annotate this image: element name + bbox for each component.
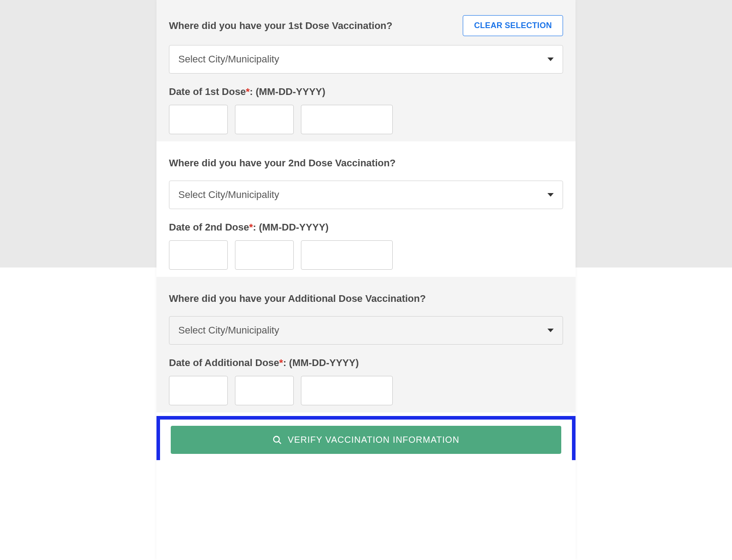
dose1-year-input[interactable] — [301, 105, 393, 134]
verify-button-label: VERIFY VACCINATION INFORMATION — [288, 435, 459, 445]
dropdown-arrow-icon — [547, 193, 554, 197]
search-icon — [272, 435, 282, 445]
additional-date-inputs — [169, 376, 563, 412]
additional-date-suffix: : (MM-DD-YYYY) — [283, 357, 359, 368]
additional-city-select[interactable]: Select City/Municipality — [169, 316, 563, 345]
required-mark: * — [279, 357, 283, 368]
dose1-select-wrapper: Select City/Municipality — [169, 45, 563, 86]
dose2-question-label: Where did you have your 2nd Dose Vaccina… — [169, 155, 563, 172]
dose2-select-wrapper: Select City/Municipality — [169, 181, 563, 222]
dose1-day-input[interactable] — [235, 105, 294, 134]
svg-point-0 — [274, 436, 280, 442]
dose1-date-prefix: Date of 1st Dose — [169, 86, 246, 97]
dose1-month-input[interactable] — [169, 105, 228, 134]
additional-month-input[interactable] — [169, 376, 228, 405]
required-mark: * — [249, 222, 253, 233]
dose1-date-inputs — [169, 105, 563, 141]
verify-vaccination-button[interactable]: VERIFY VACCINATION INFORMATION — [171, 426, 561, 454]
required-mark: * — [246, 86, 250, 97]
verify-wrapper: VERIFY VACCINATION INFORMATION — [156, 416, 576, 460]
dose2-date-label: Date of 2nd Dose*: (MM-DD-YYYY) — [169, 222, 329, 233]
dose1-city-select[interactable]: Select City/Municipality — [169, 45, 563, 74]
dose2-city-select-text: Select City/Municipality — [178, 189, 279, 201]
additional-city-select-text: Select City/Municipality — [178, 325, 279, 336]
dropdown-arrow-icon — [547, 58, 554, 61]
dose1-section: Where did you have your 1st Dose Vaccina… — [156, 0, 576, 141]
dose1-city-select-text: Select City/Municipality — [178, 54, 279, 65]
svg-line-1 — [279, 441, 281, 444]
additional-year-input[interactable] — [301, 376, 393, 405]
dose2-date-label-row: Date of 2nd Dose*: (MM-DD-YYYY) — [169, 222, 563, 240]
additional-question-label: Where did you have your Additional Dose … — [169, 290, 563, 307]
dose1-date-label-row: Date of 1st Dose*: (MM-DD-YYYY) — [169, 86, 563, 105]
dose2-header: Where did you have your 2nd Dose Vaccina… — [169, 141, 563, 181]
additional-date-label-row: Date of Additional Dose*: (MM-DD-YYYY) — [169, 357, 563, 376]
dose2-year-input[interactable] — [301, 240, 393, 270]
dose2-date-inputs — [169, 240, 563, 277]
dose2-section: Where did you have your 2nd Dose Vaccina… — [156, 141, 576, 277]
form-container: Where did you have your 1st Dose Vaccina… — [156, 0, 576, 560]
additional-date-label: Date of Additional Dose*: (MM-DD-YYYY) — [169, 357, 359, 368]
additional-day-input[interactable] — [235, 376, 294, 405]
additional-dose-section: Where did you have your Additional Dose … — [156, 277, 576, 412]
dose1-header: Where did you have your 1st Dose Vaccina… — [169, 0, 563, 45]
clear-selection-button[interactable]: CLEAR SELECTION — [463, 15, 563, 36]
dose1-date-label: Date of 1st Dose*: (MM-DD-YYYY) — [169, 86, 325, 97]
dose2-city-select[interactable]: Select City/Municipality — [169, 181, 563, 209]
dose2-month-input[interactable] — [169, 240, 228, 270]
dropdown-arrow-icon — [547, 329, 554, 332]
dose1-date-suffix: : (MM-DD-YYYY) — [250, 86, 325, 97]
dose2-date-suffix: : (MM-DD-YYYY) — [253, 222, 329, 233]
additional-date-prefix: Date of Additional Dose — [169, 357, 279, 368]
dose2-date-prefix: Date of 2nd Dose — [169, 222, 249, 233]
dose1-question-label: Where did you have your 1st Dose Vaccina… — [169, 17, 392, 34]
dose2-day-input[interactable] — [235, 240, 294, 270]
additional-select-wrapper: Select City/Municipality — [169, 316, 563, 357]
additional-header: Where did you have your Additional Dose … — [169, 277, 563, 316]
